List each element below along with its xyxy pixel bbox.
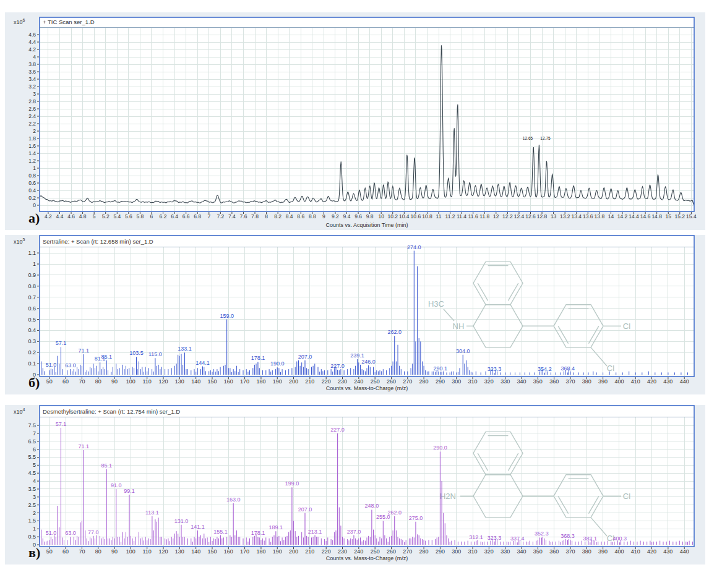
peak-mz-label: 227.0 — [330, 427, 345, 433]
y-tick-label: 7.5 — [28, 422, 36, 428]
x-tick-label: 60 — [62, 378, 69, 385]
x-tick-label: 250 — [371, 378, 380, 385]
x-tick-label: 15 — [666, 213, 672, 219]
x-tick-label: 180 — [256, 378, 265, 385]
y-tick-label: 3.8 — [28, 61, 36, 67]
y-tick-label: 1.2 — [28, 158, 36, 164]
peak-mz-label: 354.2 — [538, 366, 552, 372]
peak-mz-label: 199.0 — [285, 480, 299, 487]
x-tick-label: 130 — [175, 548, 184, 555]
x-tick-label: 400 — [614, 378, 624, 385]
x-tick-label: 140 — [191, 548, 200, 555]
y-tick-label: 1.8 — [28, 135, 36, 142]
x-tick-label: 120 — [159, 378, 168, 385]
x-tick-label: 4.2 — [45, 213, 52, 219]
y-tick-label: 2 — [33, 510, 36, 516]
chlorine-label: Cl — [623, 322, 630, 331]
y-tick-label: 0.5 — [28, 317, 36, 323]
x-tick-label: 400 — [614, 548, 624, 555]
peak-mz-label: 141.1 — [191, 524, 205, 530]
x-tick-label: 11.8 — [479, 213, 489, 219]
x-tick-label: 10.4 — [399, 213, 410, 219]
peak-mz-label: 239.1 — [350, 352, 364, 359]
x-tick-label: 270 — [403, 378, 412, 385]
x-tick-label: 4.4 — [56, 213, 64, 219]
x-tick-label: 80 — [95, 378, 101, 385]
x-tick-label: 420 — [647, 378, 656, 385]
peak-mz-label: 144.1 — [196, 360, 210, 366]
x-tick-label: 10.8 — [422, 213, 432, 219]
y-tick-label: 0.3 — [28, 338, 36, 344]
x-axis-title: Counts vs. Mass-to-Charge (m/z) — [40, 555, 694, 561]
peak-mz-label: 63.0 — [65, 530, 76, 536]
x-tick-label: 9.2 — [332, 213, 339, 219]
x-tick-label: 70 — [79, 378, 85, 385]
desmethylsertraline-spectrum-plot: H2NClCl51.057.163.071.177.085.191.099.11… — [5, 405, 705, 565]
peak-mz-label: 246.0 — [361, 359, 376, 365]
y-tick-label: 4.5 — [28, 470, 36, 476]
x-tick-label: 14 — [608, 213, 614, 219]
x-tick-label: 360 — [549, 378, 559, 385]
x-tick-label: 210 — [305, 548, 314, 555]
x-tick-label: 190 — [273, 548, 282, 555]
y-tick-label: 6.5 — [28, 438, 36, 445]
amine-label: H2N — [440, 492, 456, 501]
peak-mz-label: 368.3 — [561, 533, 575, 539]
peak-mz-label: 159.0 — [220, 313, 234, 319]
peak-mz-label: 262.0 — [387, 509, 402, 516]
sertraline-spectrum-panel: H3CNHClCl51.057.163.071.181.185.1103.511… — [5, 235, 705, 394]
y-axis-scale-label: x106 — [14, 18, 25, 25]
peak-mz-label: 248.0 — [365, 503, 379, 509]
plot-title: + TIC Scan ser_1.D — [43, 19, 95, 25]
x-tick-label: 7.2 — [217, 213, 224, 219]
x-tick-label: 6.6 — [183, 213, 190, 219]
x-tick-label: 13.8 — [595, 213, 605, 219]
x-tick-label: 120 — [159, 548, 168, 555]
x-tick-label: 13.6 — [583, 213, 593, 219]
peak-mz-label: 71.1 — [79, 443, 90, 450]
peak-mz-label: 227.0 — [330, 363, 345, 369]
x-tick-label: 390 — [598, 378, 608, 385]
x-tick-label: 290 — [436, 548, 445, 555]
x-tick-label: 190 — [273, 378, 282, 385]
peak-mz-label: 115.0 — [148, 351, 162, 357]
x-tick-label: 230 — [338, 548, 347, 555]
peak-mz-label: 63.0 — [65, 362, 76, 369]
y-tick-label: 3 — [33, 91, 36, 97]
peak-mz-label: 178.1 — [251, 530, 265, 536]
x-tick-label: 380 — [582, 548, 591, 555]
y-tick-label: 1 — [33, 261, 36, 267]
peak-mz-label: 131.0 — [174, 518, 189, 524]
x-tick-label: 8 — [265, 213, 268, 219]
y-tick-label: 3.2 — [28, 83, 36, 90]
y-tick-label: 0.6 — [28, 180, 36, 186]
y-tick-label: 4.6 — [28, 32, 36, 38]
y-tick-label: 1 — [33, 526, 36, 532]
x-tick-label: 13.4 — [571, 213, 582, 219]
x-tick-label: 290 — [436, 378, 445, 385]
x-tick-label: 5.2 — [102, 213, 110, 219]
peak-mz-label: 71.1 — [79, 347, 90, 354]
peak-mz-label: 323.3 — [488, 366, 502, 372]
y-tick-label: 5.5 — [28, 454, 36, 460]
x-tick-label: 5.8 — [136, 213, 144, 219]
x-tick-label: 14.6 — [640, 213, 651, 219]
y-tick-label: 0.6 — [28, 305, 36, 312]
y-tick-label: 7 — [33, 430, 36, 437]
y-tick-label: 2.2 — [28, 121, 36, 127]
y-tick-label: 1.5 — [28, 518, 36, 524]
peak-mz-label: 51.0 — [46, 362, 57, 368]
gcms-figure: { "figure": { "xlabel_time": "Counts vs.… — [0, 0, 709, 588]
x-tick-label: 150 — [207, 378, 217, 385]
x-tick-label: 370 — [565, 378, 575, 385]
y-tick-label: 2.5 — [28, 502, 36, 508]
plot-title: Sertraline: + Scan (rt: 12.658 min) ser_… — [43, 238, 153, 245]
x-tick-label: 100 — [126, 548, 135, 555]
peak-mz-label: 237.0 — [347, 529, 361, 535]
x-tick-label: 390 — [598, 548, 608, 555]
peak-mz-label: 189.1 — [269, 524, 283, 530]
x-tick-label: 300 — [452, 548, 461, 555]
x-tick-label: 180 — [256, 548, 265, 555]
x-tick-label: 220 — [322, 378, 331, 385]
x-tick-label: 10 — [378, 213, 384, 219]
